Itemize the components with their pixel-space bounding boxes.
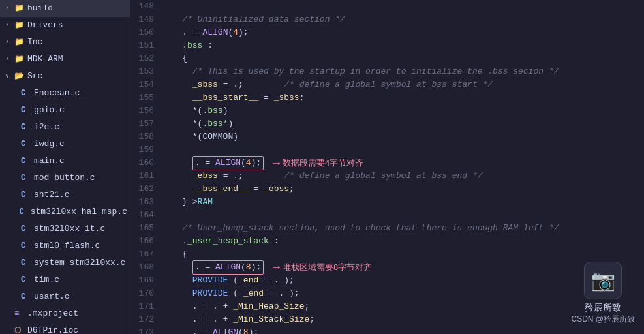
- code-line-159: 159: [130, 144, 644, 157]
- code-line-151: 151 .bss :: [130, 39, 644, 52]
- c-file-icon: C: [21, 120, 31, 134]
- line-content: /* Uninitialized data section */: [162, 13, 644, 26]
- folder-icon: 📁: [14, 18, 25, 33]
- folder-icon: 📁: [14, 52, 25, 67]
- arrow-icon: ›: [5, 18, 14, 33]
- line-content: /* This is used by the startup in order …: [162, 65, 644, 78]
- sidebar-item-iwdg[interactable]: C iwdg.c: [0, 136, 130, 153]
- c-file-icon: C: [20, 205, 28, 219]
- code-line-166: 166 ._user_heap_stack :: [130, 235, 644, 248]
- sidebar-item-label: tim.c: [34, 273, 59, 287]
- code-line-164: 164: [130, 209, 644, 222]
- arrow-icon: ›: [5, 35, 14, 50]
- c-file-icon: C: [21, 290, 31, 304]
- sidebar-item-src[interactable]: ∨ 📂 Src: [0, 68, 130, 85]
- sidebar-item-label: usart.c: [34, 290, 70, 304]
- line-number: 161: [130, 170, 162, 183]
- arrow-icon: ›: [5, 1, 14, 16]
- sidebar-item-label: system_stm32l0xx.c: [34, 256, 125, 270]
- sidebar-item-tim[interactable]: C tim.c: [0, 271, 130, 288]
- line-content: *(.bss): [162, 104, 644, 117]
- c-file-icon: C: [21, 137, 31, 151]
- line-content: {: [162, 248, 644, 261]
- line-number: 159: [130, 144, 162, 157]
- line-number: 157: [130, 117, 162, 130]
- sidebar-item-ioc[interactable]: ⬡ D6TPir.ioc: [0, 322, 130, 334]
- line-content: . = ALIGN(4); → 数据段需要4字节对齐: [162, 156, 644, 170]
- line-number: 152: [130, 52, 162, 65]
- line-number: 148: [130, 0, 162, 13]
- sidebar-item-label: i2c.c: [34, 120, 59, 134]
- c-file-icon: C: [21, 273, 31, 287]
- line-number: 151: [130, 39, 162, 52]
- sidebar-item-label: Inc: [27, 35, 42, 50]
- sidebar-item-mdk[interactable]: › 📁 MDK-ARM: [0, 51, 130, 68]
- line-number: 153: [130, 65, 162, 78]
- dot-file-icon: ≡: [14, 307, 25, 321]
- sidebar-item-stm32-it[interactable]: C stm32l0xx_it.c: [0, 220, 130, 237]
- code-line-169: 169 PROVIDE ( end = . );: [130, 274, 644, 287]
- code-line-148: 148: [130, 0, 644, 13]
- annotation-arrow-160: → 数据段需要4字节对齐: [273, 157, 363, 170]
- code-line-155: 155 __bss_start__ = _sbss;: [130, 91, 644, 104]
- line-number: 168: [130, 261, 162, 274]
- sidebar-item-build[interactable]: › 📁 build: [0, 0, 130, 17]
- c-file-icon: C: [21, 154, 31, 168]
- line-content: {: [162, 52, 644, 65]
- watermark-icon: 📷: [591, 269, 615, 293]
- code-line-165: 165 /* User_heap_stack section, used to …: [130, 222, 644, 235]
- arrow-icon: ›: [5, 52, 14, 67]
- file-explorer[interactable]: › 📁 build › 📁 Drivers › 📁 Inc › 📁 MDK-AR…: [0, 0, 130, 334]
- folder-open-icon: 📂: [14, 69, 25, 84]
- line-number: 154: [130, 78, 162, 91]
- sidebar-item-enocean[interactable]: C Enocean.c: [0, 85, 130, 102]
- ioc-file-icon: ⬡: [14, 324, 25, 334]
- line-number: 162: [130, 183, 162, 196]
- watermark-name: 矜辰所致: [585, 302, 621, 314]
- sidebar-item-inc[interactable]: › 📁 Inc: [0, 34, 130, 51]
- sidebar-item-gpio[interactable]: C gpio.c: [0, 102, 130, 119]
- sidebar-item-label: stm32l0xx_it.c: [34, 222, 105, 236]
- line-number: 156: [130, 104, 162, 117]
- watermark-csdn: CSDN @矜辰所致: [571, 314, 635, 325]
- line-number: 158: [130, 130, 162, 144]
- code-line-154: 154 _sbss = .; /* define a global symbol…: [130, 78, 644, 91]
- arrow-open-icon: ∨: [5, 69, 14, 84]
- code-line-172: 172 . = . + _Min_Stack_Size;: [130, 313, 644, 326]
- sidebar-item-system[interactable]: C system_stm32l0xx.c: [0, 254, 130, 271]
- sidebar-item-stml0-flash[interactable]: C stml0_flash.c: [0, 237, 130, 254]
- sidebar-item-mod-button[interactable]: C mod_button.c: [0, 170, 130, 187]
- line-number: 171: [130, 300, 162, 313]
- code-line-156: 156 *(.bss): [130, 104, 644, 117]
- code-line-170: 170 PROVIDE ( _end = . );: [130, 287, 644, 300]
- sidebar-item-mxproject[interactable]: ≡ .mxproject: [0, 305, 130, 322]
- code-editor: 148 149 /* Uninitialized data section */…: [130, 0, 644, 334]
- code-lines-container: 148 149 /* Uninitialized data section */…: [130, 0, 644, 334]
- sidebar-item-label: stm32l0xx_hal_msp.c: [31, 205, 127, 219]
- sidebar-item-usart[interactable]: C usart.c: [0, 288, 130, 305]
- line-content: ._user_heap_stack :: [162, 235, 644, 248]
- sidebar-item-drivers[interactable]: › 📁 Drivers: [0, 17, 130, 34]
- line-content: .bss :: [162, 39, 644, 52]
- code-line-152: 152 {: [130, 52, 644, 65]
- folder-icon: 📁: [14, 35, 25, 50]
- sidebar-item-main[interactable]: C main.c: [0, 153, 130, 170]
- sidebar-item-label: main.c: [34, 154, 65, 168]
- code-line-150: 150 . = ALIGN(4);: [130, 26, 644, 39]
- code-line-163: 163 } >RAM: [130, 196, 644, 209]
- c-file-icon: C: [21, 103, 31, 117]
- code-line-153: 153 /* This is used by the startup in or…: [130, 65, 644, 78]
- line-content: _ebss = .; /* define a global symbol at …: [162, 170, 644, 183]
- line-number: 165: [130, 222, 162, 235]
- watermark-logo: 📷: [584, 262, 622, 299]
- c-file-icon: C: [21, 171, 31, 185]
- code-line-168: 168 . = ALIGN(8); → 堆栈区域需要8字节对齐: [130, 261, 644, 274]
- line-number: 164: [130, 209, 162, 222]
- line-number: 170: [130, 287, 162, 300]
- sidebar-item-label: gpio.c: [34, 103, 65, 117]
- sidebar-item-stm32-hal[interactable]: C stm32l0xx_hal_msp.c: [0, 204, 130, 220]
- code-line-158: 158 *(COMMON): [130, 130, 644, 144]
- sidebar-item-i2c[interactable]: C i2c.c: [0, 119, 130, 136]
- sidebar-item-sht21[interactable]: C sht21.c: [0, 187, 130, 204]
- line-number: 166: [130, 235, 162, 248]
